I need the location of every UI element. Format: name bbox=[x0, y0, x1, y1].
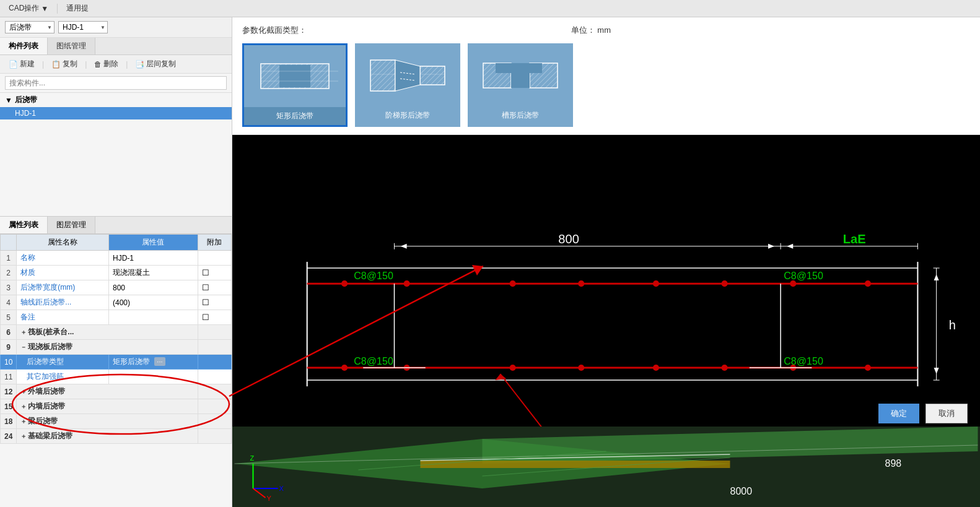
svg-text:800: 800 bbox=[558, 232, 579, 246]
prop-value-4[interactable]: (400) bbox=[109, 295, 198, 310]
tab-component-list[interactable]: 构件列表 bbox=[0, 38, 48, 54]
card-stair[interactable]: 阶梯形后浇带 bbox=[355, 43, 460, 127]
svg-point-31 bbox=[722, 280, 728, 287]
prop-num-3: 3 bbox=[1, 280, 17, 295]
param-section: 参数化截面类型： 单位： mm bbox=[232, 17, 980, 135]
selector-row: 后浇带 HJD-1 bbox=[0, 17, 232, 38]
svg-text:Z: Z bbox=[250, 454, 255, 462]
panel-toolbar: 📄 新建 | 📋 复制 | 🗑 删除 | 📑 层间复制 bbox=[0, 55, 232, 74]
prop-name-24[interactable]: ＋基础梁后浇带 bbox=[17, 429, 198, 444]
prop-tab-layer[interactable]: 图层管理 bbox=[48, 217, 95, 233]
prop-name-18[interactable]: ＋梁后浇带 bbox=[17, 414, 198, 429]
expand-icon-24: ＋ bbox=[20, 433, 27, 440]
prop-value-10[interactable]: 矩形后浇带 ··· bbox=[109, 355, 198, 370]
svg-point-30 bbox=[653, 280, 659, 287]
prop-extra-10 bbox=[198, 355, 231, 370]
property-table: 属性名称 属性值 附加 1 名称 HJD-1 2 材质 现浇混凝土 bbox=[0, 234, 232, 444]
search-input[interactable] bbox=[5, 76, 227, 90]
prop-num-12: 12 bbox=[1, 384, 17, 399]
delete-button[interactable]: 🗑 删除 bbox=[90, 58, 122, 71]
ellipsis-button-10[interactable]: ··· bbox=[154, 357, 165, 366]
prop-name-9[interactable]: －现浇板后浇带 bbox=[17, 340, 198, 355]
prop-value-2[interactable]: 现浇混凝土 bbox=[109, 266, 198, 280]
type-selector-wrap[interactable]: 后浇带 bbox=[5, 21, 55, 33]
tab-drawing-manage[interactable]: 图纸管理 bbox=[48, 38, 95, 54]
prop-row-12: 12 ＋外墙后浇带 bbox=[1, 384, 232, 399]
prop-row-6: 6 ＋筏板(桩承台... bbox=[1, 325, 232, 340]
prop-row-15: 15 ＋内墙后浇带 bbox=[1, 399, 232, 414]
prop-extra-4: ☐ bbox=[198, 295, 231, 310]
top-toolbar: CAD操作 ▼ 通用提 bbox=[0, 0, 980, 17]
new-label: 新建 bbox=[20, 59, 35, 69]
expand-icon-15: ＋ bbox=[20, 403, 27, 410]
prop-num-18: 18 bbox=[1, 414, 17, 429]
prop-num-11: 11 bbox=[1, 370, 17, 384]
svg-text:h: h bbox=[949, 318, 956, 332]
col-propname: 属性名称 bbox=[17, 235, 109, 251]
card-groove[interactable]: 槽形后浇带 bbox=[468, 43, 573, 127]
prop-extra-12 bbox=[198, 384, 231, 399]
prop-value-11[interactable] bbox=[109, 370, 198, 384]
prop-name-15[interactable]: ＋内墙后浇带 bbox=[17, 399, 198, 414]
general-label: 通用提 bbox=[66, 3, 89, 14]
svg-marker-8 bbox=[395, 60, 420, 91]
prop-extra-3: ☐ bbox=[198, 280, 231, 295]
svg-point-36 bbox=[510, 365, 516, 371]
prop-num-15: 15 bbox=[1, 399, 17, 414]
svg-rect-17 bbox=[496, 63, 511, 73]
component-selector[interactable]: HJD-1 bbox=[58, 21, 108, 33]
svg-rect-19 bbox=[232, 187, 980, 455]
new-button[interactable]: 📄 新建 bbox=[5, 58, 38, 71]
expand-icon-12: ＋ bbox=[20, 388, 27, 395]
cad-menu[interactable]: CAD操作 ▼ bbox=[5, 2, 52, 15]
prop-row-1: 1 名称 HJD-1 bbox=[1, 251, 232, 266]
svg-point-37 bbox=[578, 365, 584, 371]
expand-icon-6: ＋ bbox=[20, 329, 27, 336]
component-selector-wrap[interactable]: HJD-1 bbox=[58, 21, 108, 33]
card-groove-img bbox=[469, 45, 572, 106]
floor-copy-button[interactable]: 📑 层间复制 bbox=[131, 58, 180, 71]
tree-item-parent-hjd[interactable]: ▼ 后浇带 bbox=[0, 93, 232, 107]
prop-num-2: 2 bbox=[1, 266, 17, 280]
prop-row-4: 4 轴线距后浇带... (400) ☐ bbox=[1, 295, 232, 310]
floor-copy-label: 层间复制 bbox=[146, 59, 176, 69]
prop-row-5: 5 备注 ☐ bbox=[1, 310, 232, 325]
prop-tab-list[interactable]: 属性列表 bbox=[0, 217, 48, 233]
tree-item-hjd1[interactable]: HJD-1 bbox=[0, 107, 232, 119]
unit-label: 单位： mm bbox=[571, 25, 611, 36]
prop-name-11: 其它加强筋 bbox=[17, 370, 109, 384]
svg-rect-6 bbox=[370, 60, 395, 91]
expand-icon-18: ＋ bbox=[20, 418, 27, 425]
prop-name-6[interactable]: ＋筏板(桩承台... bbox=[17, 325, 198, 340]
sep1: | bbox=[42, 60, 44, 69]
delete-label: 删除 bbox=[103, 59, 118, 69]
cancel-button[interactable]: 取消 bbox=[925, 404, 968, 423]
prop-name-4: 轴线距后浇带... bbox=[17, 295, 109, 310]
prop-value-1[interactable]: HJD-1 bbox=[109, 251, 198, 266]
copy-label: 复制 bbox=[63, 59, 77, 69]
floor-copy-icon: 📑 bbox=[135, 60, 144, 69]
prop-row-2: 2 材质 现浇混凝土 ☐ bbox=[1, 266, 232, 280]
card-stair-label: 阶梯形后浇带 bbox=[356, 106, 459, 124]
card-rect-img bbox=[244, 45, 346, 107]
card-rectangular[interactable]: 矩形后浇带 bbox=[242, 43, 348, 127]
cad-label: CAD操作 bbox=[9, 3, 39, 14]
copy-button[interactable]: 📋 复制 bbox=[48, 58, 81, 71]
prop-value-5[interactable] bbox=[109, 310, 198, 325]
toolbar-divider bbox=[57, 4, 58, 14]
left-panel: 后浇带 HJD-1 构件列表 图纸管理 📄 新建 | 📋 复制 | 🗑 删除 | bbox=[0, 17, 232, 507]
ok-button[interactable]: 确定 bbox=[878, 404, 919, 423]
groove-cs-svg bbox=[477, 51, 564, 100]
new-icon: 📄 bbox=[9, 60, 18, 69]
svg-text:C8@150: C8@150 bbox=[354, 270, 393, 281]
prop-row-18: 18 ＋梁后浇带 bbox=[1, 414, 232, 429]
prop-value-3[interactable]: 800 bbox=[109, 280, 198, 295]
prop-name-12[interactable]: ＋外墙后浇带 bbox=[17, 384, 198, 399]
delete-icon: 🗑 bbox=[94, 60, 102, 69]
prop-name-1: 名称 bbox=[17, 251, 109, 266]
svg-rect-16 bbox=[511, 63, 530, 88]
general-menu[interactable]: 通用提 bbox=[63, 2, 92, 15]
prop-num-5: 5 bbox=[1, 310, 17, 325]
svg-point-28 bbox=[510, 280, 516, 287]
type-selector[interactable]: 后浇带 bbox=[5, 21, 55, 33]
